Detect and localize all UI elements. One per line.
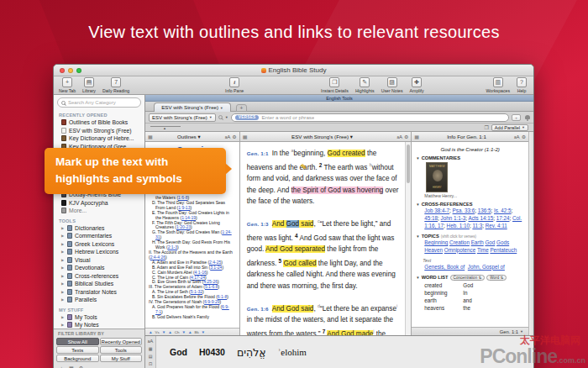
toolbar-button-daily-reading[interactable]: 7Daily Reading [102, 77, 129, 93]
library-search-input[interactable]: Search Any Category [57, 97, 141, 108]
outline-item[interactable]: E. The Fourth Day: God Creates Lights in… [149, 211, 236, 221]
filter-button-texts[interactable]: Texts [56, 346, 99, 354]
cross-reference-link[interactable]: Rev. 4:11 [486, 223, 507, 229]
cross-reference-link[interactable]: Acts 14:15 [469, 215, 494, 221]
list-icon[interactable]: ▤ [149, 354, 153, 359]
disclosure-triangle-icon[interactable]: ▶ [61, 281, 65, 286]
add-parallel-button[interactable]: Add Parallel ▼ [491, 124, 528, 131]
word-sort-button[interactable]: Word ⇅ [486, 275, 507, 281]
nav-up-icon[interactable]: ▲ [168, 330, 172, 334]
toolbar-button-workspaces[interactable]: ▥Workspaces [486, 77, 510, 93]
verse-reference[interactable]: Gen. 1:1 [247, 150, 269, 156]
text-link[interactable]: John, Gospel of [468, 264, 505, 270]
topic-link[interactable]: Pentateuch [490, 247, 517, 253]
outline-ref-link[interactable]: 1:9-13 [178, 205, 190, 210]
sidebar-item-key-dictionary-of-hebre-[interactable]: Key Dictionary of Hebre... [54, 134, 144, 143]
sidebar-item-outlines-of-bible-books[interactable]: Outlines of Bible Books [54, 118, 144, 127]
nav-down-icon[interactable]: ▼ [202, 330, 206, 334]
disclosure-triangle-icon[interactable]: ▶ [61, 250, 65, 254]
parallel-pane-icon[interactable]: ❒ [484, 124, 488, 130]
toolbar-button-user-notes[interactable]: ▨User Notes [381, 77, 403, 93]
nav-up-icon[interactable]: ▲ [149, 330, 153, 334]
bible-text[interactable]: ✎ Gen. 1:1In the abeginning, God created… [240, 142, 412, 335]
crossrefs-section-label[interactable]: ▼ CROSS-REFERENCES [416, 202, 524, 207]
cross-reference-link[interactable]: Heb. 1:10 [447, 223, 470, 229]
sidebar-item-my-tools[interactable]: ▶My Tools [54, 313, 144, 322]
cross-reference-link[interactable]: 136:5 [478, 208, 491, 213]
concentration-sort-button[interactable]: Concentration ⇅ [450, 275, 486, 281]
sidebar-item-greek-lexicons[interactable]: ▶Greek Lexicons [54, 240, 144, 249]
pane-menu-icon[interactable]: ▦ [414, 134, 419, 139]
disclosure-triangle-icon[interactable]: ▼ [416, 234, 419, 239]
sidebar-item-commentaries[interactable]: ▶Commentaries [54, 232, 144, 240]
topic-link[interactable]: Heaven [424, 247, 443, 253]
titlebar[interactable]: English Bible Study [54, 65, 533, 76]
window-scrollbar[interactable] [528, 132, 533, 335]
nav-up-icon[interactable]: ▲ [188, 330, 192, 334]
nav-down-icon[interactable]: ▼ [162, 330, 166, 334]
outline-ref-link[interactable]: 2:4-4:26 [150, 255, 165, 260]
verse-reference[interactable]: Gen. 1:3 [247, 221, 269, 227]
disclosure-triangle-icon[interactable]: ▶ [61, 226, 65, 230]
filter-button-tools[interactable]: Tools [100, 346, 143, 354]
sidebar-item-devotionals[interactable]: ▶Devotionals [54, 264, 144, 272]
gear-icon[interactable]: ⚙ [522, 134, 526, 139]
sidebar-item-more-[interactable]: More... [54, 207, 144, 215]
outline-item[interactable]: B. God Delivers Noah's Family [149, 315, 236, 320]
topic-link[interactable]: Creation [449, 239, 470, 245]
topic-link[interactable]: Gods [496, 239, 509, 245]
disclosure-triangle-icon[interactable]: ▶ [61, 242, 65, 246]
slider-handle[interactable]: ▲ [163, 126, 166, 130]
cross-reference-link[interactable]: 17:24 [496, 215, 510, 221]
text-size-icon[interactable]: aA [514, 134, 520, 139]
disclosure-triangle-icon[interactable]: ▶ [61, 274, 65, 278]
disclosure-triangle-icon[interactable]: ▶ [61, 315, 65, 319]
cross-reference-link[interactable]: 11:3 [472, 223, 482, 229]
outline-ref-link[interactable]: 3:1-24 [210, 265, 222, 270]
minimize-button[interactable] [68, 68, 73, 73]
add-icon[interactable]: ＋ [59, 365, 64, 368]
sidebar-item-translator-notes[interactable]: ▶Translator Notes [54, 288, 144, 297]
toolbar-button-new-tab[interactable]: +New Tab [59, 77, 76, 93]
sidebar-item-visual[interactable]: ▶Visual [54, 256, 144, 265]
sidebar-item-parallels[interactable]: ▶Parallels [54, 296, 144, 304]
gear-icon[interactable]: ⚙ [404, 134, 408, 139]
bible-text-pane-title[interactable]: ESV with Strong's (Free) ▾ [249, 134, 395, 139]
filter-button-recently-opened[interactable]: Recently Opened [100, 338, 143, 345]
text-link[interactable]: Genesis, Book of [424, 264, 465, 270]
text-size-slider[interactable]: ▲ [150, 124, 181, 131]
gear-icon[interactable]: ⚙ [232, 134, 236, 139]
topic-link[interactable]: Omnipotence [444, 247, 475, 253]
topic-link[interactable]: Time [477, 247, 489, 253]
close-button[interactable] [60, 68, 65, 73]
text-scrollbar[interactable] [405, 142, 411, 335]
pane-menu-icon[interactable]: ▦ [148, 134, 153, 139]
search-history-button[interactable]: ＋ [512, 114, 521, 121]
cross-reference-link[interactable]: John 1:1-3 [441, 215, 466, 221]
topic-link[interactable]: God [485, 239, 495, 245]
tab-esv-with-strongs[interactable]: ESV with Strong's (Free) ▼ [154, 103, 231, 112]
disclosure-triangle-icon[interactable]: ▼ [416, 156, 419, 160]
wordlist-section-label[interactable]: ▼ WORD LIST Concentration ⇅ Word ⇅ [416, 275, 524, 281]
outline-item[interactable]: II. The Account of the Heavens and the E… [149, 250, 236, 260]
zoom-button[interactable] [76, 68, 81, 73]
topic-link[interactable]: Beginning [424, 239, 448, 245]
filter-button-show-all[interactable]: Show All [56, 338, 99, 345]
sidebar-item-cross-references[interactable]: ▶Cross-references [54, 272, 144, 281]
scrollbar-thumb[interactable] [407, 145, 410, 183]
sidebar-item-biblical-studies[interactable]: ▶Biblical Studies [54, 280, 144, 288]
disclosure-triangle-icon[interactable]: ▶ [61, 258, 65, 262]
toolbar-button-highlights[interactable]: ✎Highlights [355, 77, 375, 93]
disclosure-triangle-icon[interactable]: ▶ [61, 265, 65, 270]
disclosure-triangle-icon[interactable]: ▼ [416, 202, 419, 207]
pane-menu-icon[interactable]: ▦ [243, 134, 248, 139]
cross-reference-link[interactable]: Is. 42:5 [494, 208, 512, 213]
search-mode-pill[interactable]: VERSES [235, 115, 260, 120]
outline-ref-link[interactable]: 1:14-19 [181, 215, 196, 220]
toolbar-button-amplify[interactable]: ✚Amplify [410, 77, 424, 93]
sidebar-item-esv-with-strong-s-free-[interactable]: ESV with Strong's (Free) [54, 127, 144, 135]
cross-reference-link[interactable]: 45:18 [424, 215, 438, 221]
grid-view-icon[interactable]: ▦ [69, 365, 74, 368]
disclosure-triangle-icon[interactable]: ▶ [61, 290, 65, 294]
cross-reference-link[interactable]: Job 38:4-7 [424, 208, 449, 213]
